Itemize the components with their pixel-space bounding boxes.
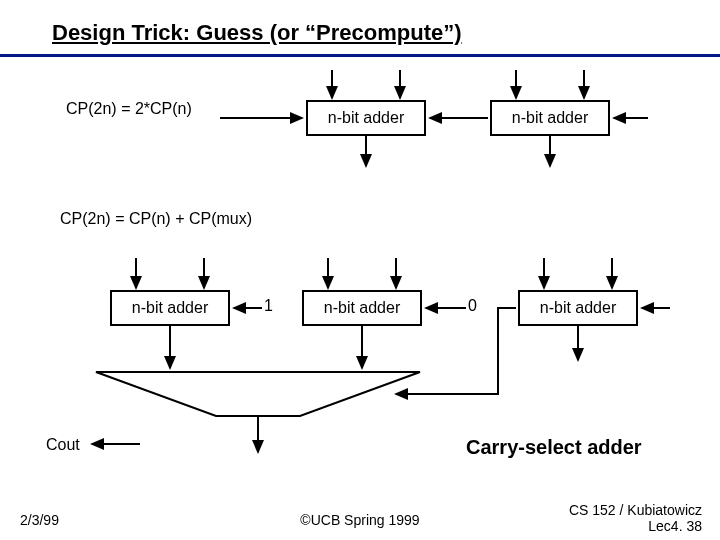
adder-top-left: n-bit adder bbox=[306, 100, 426, 136]
equation-1: CP(2n) = 2*CP(n) bbox=[66, 100, 192, 118]
diagram-caption: Carry-select adder bbox=[466, 436, 642, 459]
footer-course-line1: CS 152 / Kubiatowicz bbox=[569, 502, 702, 518]
equation-2: CP(2n) = CP(n) + CP(mux) bbox=[60, 210, 252, 228]
carry-in-zero: 0 bbox=[468, 297, 477, 315]
footer-course: CS 152 / Kubiatowicz Lec4. 38 bbox=[569, 502, 702, 534]
slide-title: Design Trick: Guess (or “Precompute”) bbox=[52, 20, 462, 46]
adder-mid-center: n-bit adder bbox=[302, 290, 422, 326]
title-underline bbox=[0, 54, 720, 57]
carry-in-one: 1 bbox=[264, 297, 273, 315]
adder-mid-right: n-bit adder bbox=[518, 290, 638, 326]
footer-course-line2: Lec4. 38 bbox=[648, 518, 702, 534]
diagram-arrows bbox=[0, 0, 720, 540]
adder-mid-left: n-bit adder bbox=[110, 290, 230, 326]
cout-label: Cout bbox=[46, 436, 80, 454]
adder-top-right: n-bit adder bbox=[490, 100, 610, 136]
